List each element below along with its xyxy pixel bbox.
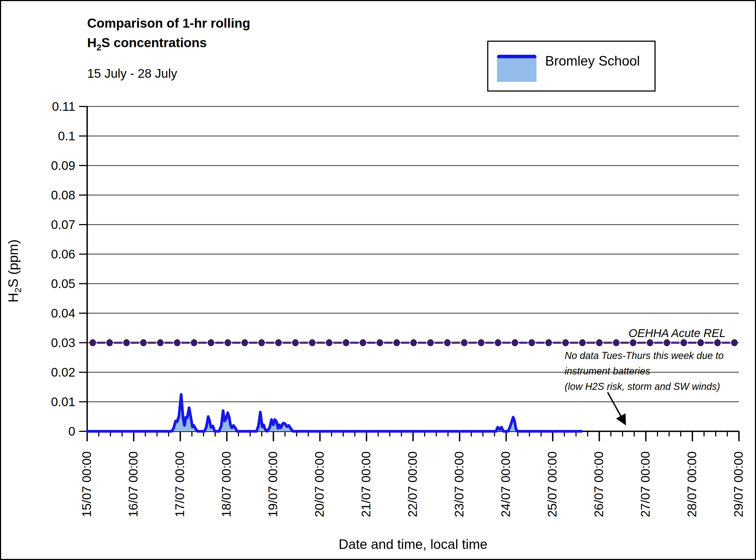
y-ticks [79,106,87,431]
svg-text:0.06: 0.06 [51,247,75,261]
chart-title-line2: H2S concentrations [87,35,207,50]
chart-page: 00.010.020.030.040.050.060.070.080.090.1… [0,0,756,560]
legend-swatch [497,55,537,82]
chart-title-h: H [87,36,97,50]
svg-text:27/07 00:00: 27/07 00:00 [638,452,652,517]
svg-text:24/07 00:00: 24/07 00:00 [499,452,513,517]
bromley-school-series [87,395,582,431]
rel-annotation-label: OEHHA Acute REL [629,327,726,340]
svg-text:26/07 00:00: 26/07 00:00 [592,452,606,517]
no-data-annotation: No data Tues-Thurs this week due to inst… [565,348,724,394]
svg-text:0.09: 0.09 [51,159,75,173]
no-data-line1: No data Tues-Thurs this week due to [565,348,724,363]
svg-text:0.08: 0.08 [51,188,75,202]
legend-label: Bromley School [545,53,640,69]
chart-title-rest: S concentrations [101,36,207,50]
svg-text:16/07 00:00: 16/07 00:00 [126,452,140,517]
chart-title-line1: Comparison of 1-hr rolling [87,16,250,31]
svg-text:15/07 00:00: 15/07 00:00 [80,452,94,517]
x-axis-title: Date and time, local time [339,537,487,552]
svg-text:22/07 00:00: 22/07 00:00 [405,452,420,517]
rel-reference-line [90,339,738,346]
y-axis-title: H2S (ppm) [6,240,23,303]
x-ticks [87,431,739,441]
svg-text:19/07 00:00: 19/07 00:00 [266,452,280,517]
svg-text:21/07 00:00: 21/07 00:00 [359,452,373,517]
svg-text:23/07 00:00: 23/07 00:00 [452,452,466,517]
svg-text:18/07 00:00: 18/07 00:00 [219,452,233,517]
svg-text:20/07 00:00: 20/07 00:00 [312,452,327,517]
x-tick-labels: 15/07 00:0016/07 00:0017/07 00:0018/07 0… [80,452,746,517]
no-data-line3: (low H2S risk, storm and SW winds) [565,379,724,394]
svg-text:0: 0 [68,424,75,438]
svg-text:0.05: 0.05 [51,277,75,291]
svg-text:0.07: 0.07 [51,218,75,232]
svg-text:29/07 00:00: 29/07 00:00 [731,452,746,517]
svg-text:0.1: 0.1 [58,129,75,143]
svg-text:17/07 00:00: 17/07 00:00 [173,452,187,517]
svg-text:0.01: 0.01 [51,395,75,409]
no-data-line2: instrument batteries [565,363,724,379]
chart-date-range: 15 July - 28 July [87,66,177,81]
legend-fill-swatch [497,58,537,82]
svg-text:0.04: 0.04 [51,306,75,320]
no-data-arrow [608,392,625,424]
svg-text:0.03: 0.03 [51,336,75,350]
svg-text:0.02: 0.02 [51,365,75,379]
svg-text:28/07 00:00: 28/07 00:00 [685,452,699,517]
svg-text:25/07 00:00: 25/07 00:00 [545,452,559,517]
svg-text:0.11: 0.11 [52,99,75,114]
legend: Bromley School [487,41,656,92]
y-tick-labels: 00.010.020.030.040.050.060.070.080.090.1… [51,99,75,438]
chart-title-subscript: 2 [97,42,102,52]
